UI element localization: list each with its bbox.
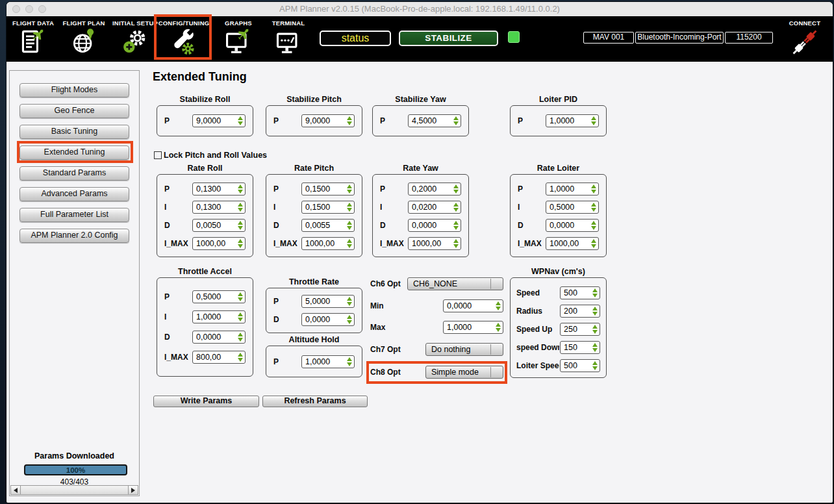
- spin-up-icon[interactable]: [453, 239, 459, 243]
- ch8-opt-combobox[interactable]: Simple mode: [425, 366, 503, 379]
- spin-up-icon[interactable]: [347, 239, 352, 243]
- write-params-button[interactable]: Write Params: [153, 396, 259, 407]
- rate-loiter-i-spinbox[interactable]: 0,5000: [546, 201, 599, 214]
- spin-up-icon[interactable]: [591, 239, 596, 243]
- spin-up-icon[interactable]: [591, 203, 596, 207]
- loiter-pid-p-spinbox[interactable]: 1,0000: [546, 114, 599, 127]
- scroll-right-button[interactable]: [128, 485, 138, 495]
- spin-up-icon[interactable]: [347, 315, 352, 319]
- spin-up-icon[interactable]: [238, 333, 243, 336]
- spin-up-icon[interactable]: [496, 301, 501, 305]
- spin-up-icon[interactable]: [453, 203, 459, 207]
- spin-down-icon[interactable]: [238, 244, 243, 248]
- spin-up-icon[interactable]: [347, 297, 352, 301]
- rate-pitch-imax-spinbox[interactable]: 1000,00: [301, 237, 355, 250]
- rate-yaw-i-spinbox[interactable]: 0,0200: [408, 201, 461, 214]
- spin-up-icon[interactable]: [592, 307, 598, 310]
- sidebar-item-apm-planner-config[interactable]: APM Planner 2.0 Config: [19, 229, 129, 243]
- spin-down-icon[interactable]: [453, 244, 459, 248]
- rate-roll-imax-spinbox[interactable]: 1000,00: [192, 237, 246, 250]
- minimize-window-button[interactable]: [25, 5, 33, 13]
- spin-down-icon[interactable]: [347, 121, 352, 125]
- rate-yaw-d-spinbox[interactable]: 0,0000: [408, 219, 461, 232]
- altitude-hold-p-spinbox[interactable]: 1,0000: [301, 355, 355, 368]
- stabilize-yaw-p-spinbox[interactable]: 4,5000: [408, 114, 461, 127]
- spin-down-icon[interactable]: [453, 208, 459, 212]
- rate-pitch-p-spinbox[interactable]: 0,1500: [301, 183, 355, 195]
- spin-up-icon[interactable]: [591, 184, 596, 188]
- wpnav-speed-spinbox[interactable]: 500: [560, 286, 600, 299]
- spin-down-icon[interactable]: [592, 312, 598, 316]
- rate-pitch-d-spinbox[interactable]: 0,0055: [301, 219, 355, 232]
- throttle-accel-d-spinbox[interactable]: 0,0000: [192, 331, 246, 344]
- spin-up-icon[interactable]: [347, 184, 352, 188]
- sidebar-item-extended-tuning[interactable]: Extended Tuning: [19, 145, 129, 160]
- tab-flight-data[interactable]: FLIGHT DATA: [9, 18, 57, 58]
- refresh-params-button[interactable]: Refresh Params: [262, 396, 368, 407]
- spin-down-icon[interactable]: [238, 358, 243, 362]
- spin-down-icon[interactable]: [238, 297, 243, 301]
- spin-down-icon[interactable]: [347, 226, 352, 230]
- spin-up-icon[interactable]: [238, 312, 243, 316]
- scroll-left-button[interactable]: [10, 485, 21, 495]
- spin-down-icon[interactable]: [592, 348, 598, 352]
- sidebar-item-flight-modes[interactable]: Flight Modes: [19, 83, 129, 97]
- throttle-accel-imax-spinbox[interactable]: 800,00: [192, 351, 246, 364]
- rate-yaw-p-spinbox[interactable]: 0,2000: [408, 183, 461, 195]
- sidebar-horizontal-scrollbar[interactable]: [10, 485, 138, 495]
- rate-roll-i-spinbox[interactable]: 0,1300: [192, 201, 246, 214]
- spin-down-icon[interactable]: [238, 226, 243, 230]
- spin-up-icon[interactable]: [591, 116, 596, 120]
- scrollbar-thumb[interactable]: [21, 485, 128, 495]
- sidebar-item-full-parameter-list[interactable]: Full Parameter List: [19, 208, 129, 222]
- spin-up-icon[interactable]: [453, 184, 459, 188]
- connect-button[interactable]: CONNECT: [780, 18, 829, 60]
- spin-up-icon[interactable]: [592, 325, 598, 329]
- tab-flight-plan[interactable]: FLIGHT PLAN: [61, 18, 107, 58]
- spin-down-icon[interactable]: [347, 320, 352, 324]
- spin-up-icon[interactable]: [238, 221, 243, 225]
- spin-down-icon[interactable]: [592, 294, 598, 297]
- link-port-select[interactable]: Bluetooth-Incoming-Port: [635, 32, 724, 44]
- spin-up-icon[interactable]: [238, 184, 243, 188]
- tab-graphs[interactable]: GRAPHS: [216, 18, 260, 58]
- flight-mode-button[interactable]: STABILIZE: [399, 31, 498, 46]
- ch6-min-spinbox[interactable]: 0,0000: [443, 299, 503, 312]
- spin-down-icon[interactable]: [591, 121, 596, 125]
- wpnav-radius-spinbox[interactable]: 200: [560, 305, 600, 318]
- rate-pitch-i-spinbox[interactable]: 0,1500: [301, 201, 355, 214]
- throttle-rate-d-spinbox[interactable]: 0,0000: [301, 313, 355, 326]
- spin-down-icon[interactable]: [347, 302, 352, 306]
- spin-up-icon[interactable]: [347, 203, 352, 207]
- wpnav-loiter-speed-spinbox[interactable]: 500: [560, 359, 600, 372]
- spin-down-icon[interactable]: [238, 208, 243, 212]
- baud-rate-select[interactable]: 115200: [725, 32, 773, 44]
- throttle-rate-p-spinbox[interactable]: 5,0000: [301, 295, 355, 308]
- close-window-button[interactable]: [12, 5, 20, 13]
- rate-roll-d-spinbox[interactable]: 0,0050: [192, 219, 246, 232]
- spin-down-icon[interactable]: [238, 338, 243, 342]
- spin-up-icon[interactable]: [238, 292, 243, 296]
- sidebar-item-basic-tuning[interactable]: Basic Tuning: [19, 125, 129, 139]
- ch6-opt-combobox[interactable]: CH6_NONE: [407, 277, 503, 290]
- spin-down-icon[interactable]: [453, 226, 459, 230]
- ch6-max-spinbox[interactable]: 1,0000: [443, 321, 503, 334]
- wpnav-speed-up-spinbox[interactable]: 250: [560, 323, 600, 336]
- spin-down-icon[interactable]: [347, 362, 352, 366]
- tab-terminal[interactable]: TERMINAL: [266, 18, 310, 58]
- spin-up-icon[interactable]: [453, 116, 459, 120]
- spin-up-icon[interactable]: [591, 221, 596, 225]
- spin-up-icon[interactable]: [238, 203, 243, 207]
- rate-roll-p-spinbox[interactable]: 0,1300: [192, 183, 246, 195]
- spin-down-icon[interactable]: [347, 208, 352, 212]
- spin-down-icon[interactable]: [591, 244, 596, 248]
- ch7-opt-combobox[interactable]: Do nothing: [425, 343, 503, 356]
- spin-down-icon[interactable]: [347, 190, 352, 194]
- spin-down-icon[interactable]: [591, 226, 596, 230]
- spin-down-icon[interactable]: [453, 121, 459, 125]
- wpnav-speed-down-spinbox[interactable]: 150: [560, 341, 600, 354]
- tab-initial-setup[interactable]: INITIAL SETUP: [109, 18, 161, 58]
- lock-pitch-roll-checkbox[interactable]: [154, 151, 162, 159]
- spin-down-icon[interactable]: [592, 366, 598, 370]
- spin-up-icon[interactable]: [238, 353, 243, 357]
